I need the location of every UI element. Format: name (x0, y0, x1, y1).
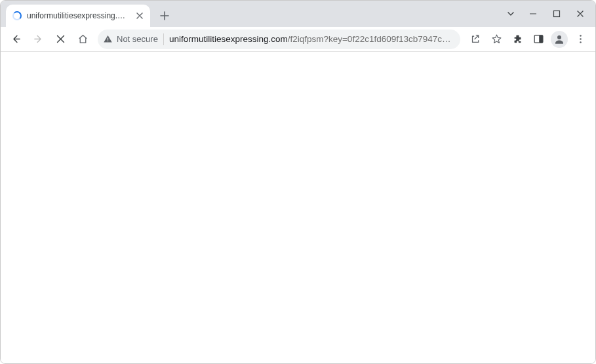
security-indicator[interactable]: Not secure (103, 34, 158, 44)
window-close-button[interactable] (569, 4, 591, 24)
side-panel-button[interactable] (528, 30, 548, 49)
share-button[interactable] (466, 30, 485, 49)
person-icon (553, 33, 565, 45)
maximize-icon (553, 10, 561, 18)
toolbar: Not secure uniformutilitiesexpressing.co… (1, 27, 595, 52)
toolbar-right (466, 30, 590, 49)
new-tab-button[interactable] (155, 7, 174, 25)
home-icon (77, 33, 89, 45)
security-label: Not secure (117, 34, 158, 44)
svg-point-6 (580, 35, 582, 37)
close-icon (136, 12, 143, 19)
arrow-right-icon (33, 33, 44, 45)
menu-button[interactable] (570, 30, 590, 49)
share-icon (470, 33, 481, 45)
separator (163, 33, 164, 45)
svg-rect-1 (108, 38, 108, 40)
url-text: uniformutilitiesexpressing.com/f2iqfpsm?… (169, 34, 454, 44)
browser-window: uniformutilitiesexpressing.com/f… (0, 0, 596, 364)
warning-triangle-icon (103, 34, 113, 44)
profile-button[interactable] (549, 30, 569, 49)
home-button[interactable] (73, 30, 92, 49)
side-panel-icon (533, 33, 544, 45)
title-bar: uniformutilitiesexpressing.com/f… (1, 1, 595, 27)
window-controls (501, 1, 595, 27)
star-icon (491, 33, 502, 45)
browser-tab[interactable]: uniformutilitiesexpressing.com/f… (6, 5, 150, 27)
svg-point-5 (557, 35, 561, 39)
avatar (551, 31, 568, 48)
bookmark-button[interactable] (487, 30, 506, 49)
url-path: /f2iqfpsm?key=0f22c1fd609f13cb7947c8cabf… (288, 34, 454, 44)
minimize-button[interactable] (522, 4, 544, 24)
maximize-button[interactable] (546, 4, 568, 24)
tab-close-button[interactable] (134, 10, 145, 21)
svg-rect-2 (108, 41, 108, 41)
minimize-icon (529, 10, 537, 18)
close-icon (576, 10, 584, 18)
plus-icon (160, 11, 169, 20)
tab-strip: uniformutilitiesexpressing.com/f… (1, 1, 501, 27)
forward-button[interactable] (28, 30, 48, 49)
tab-search-button[interactable] (501, 4, 521, 24)
arrow-left-icon (10, 33, 22, 45)
tab-title: uniformutilitiesexpressing.com/f… (27, 11, 129, 20)
back-button[interactable] (6, 30, 26, 49)
svg-point-7 (580, 38, 582, 40)
page-content (1, 52, 595, 363)
svg-rect-4 (539, 35, 543, 43)
svg-point-8 (580, 41, 582, 43)
extensions-button[interactable] (507, 30, 527, 49)
close-icon (55, 33, 66, 45)
address-bar[interactable]: Not secure uniformutilitiesexpressing.co… (98, 30, 460, 49)
loading-spinner-icon (12, 11, 22, 20)
url-host: uniformutilitiesexpressing.com (169, 34, 288, 44)
stop-button[interactable] (50, 30, 70, 49)
svg-rect-0 (554, 11, 560, 17)
chevron-down-icon (507, 10, 515, 18)
puzzle-icon (512, 33, 523, 45)
kebab-icon (575, 33, 586, 45)
